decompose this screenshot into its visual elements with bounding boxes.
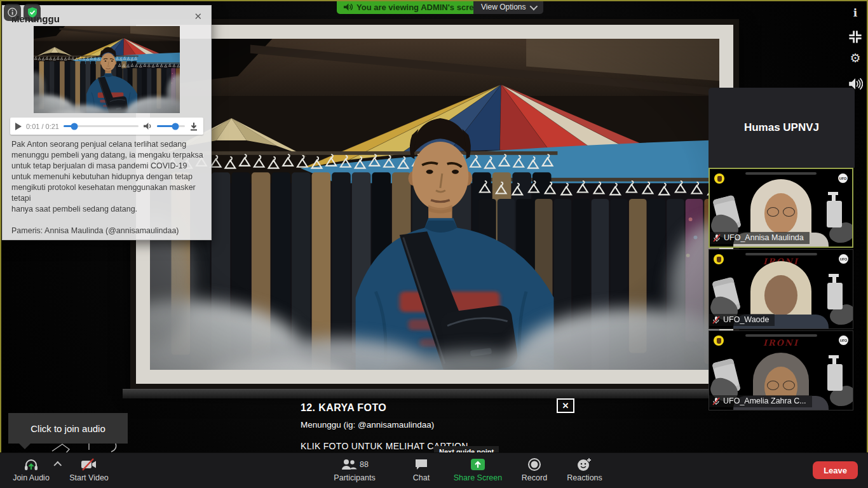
- vbg-caption: [745, 172, 817, 175]
- meeting-toolbar: Join Audio Start Video 88 Participants: [0, 452, 868, 488]
- participant-name: UFO_Amelia Zahra C...: [723, 396, 806, 405]
- reactions-label: Reactions: [562, 473, 607, 482]
- volume-slider[interactable]: [157, 125, 185, 127]
- video-thumbnail[interactable]: [34, 26, 180, 113]
- person-glasses: [766, 207, 796, 216]
- video-controls: 0:01 / 0:21: [10, 118, 203, 135]
- host-name: Humas UPNVJ: [744, 121, 819, 134]
- vbg-sanitizer: [827, 364, 843, 391]
- person-glasses: [766, 381, 796, 390]
- participant-tile[interactable]: IRONI UFO UFO_Waode: [709, 249, 853, 329]
- info-button[interactable]: [4, 4, 21, 21]
- participants-button[interactable]: 88 Participants: [323, 456, 386, 482]
- popup-close-icon[interactable]: ✕: [194, 11, 202, 22]
- camera-off-icon: [80, 458, 98, 471]
- speaker-icon: [343, 3, 353, 11]
- chat-label: Chat: [404, 473, 438, 482]
- chevron-up-icon[interactable]: [53, 461, 62, 470]
- participant-name: UFO_Annisa Maulinda: [724, 233, 804, 242]
- exhibit-photo[interactable]: [150, 39, 719, 370]
- play-icon[interactable]: [15, 123, 22, 130]
- reactions-icon: [577, 458, 592, 471]
- participant-name-bar: UFO_Waode: [709, 314, 775, 326]
- seek-slider[interactable]: [64, 125, 139, 127]
- chat-button[interactable]: Chat: [404, 456, 438, 482]
- photo-frame: [130, 19, 739, 390]
- participant-tile[interactable]: IRONI UFO UFO_Amelia Zahra C...: [709, 330, 853, 410]
- reactions-button[interactable]: Reactions: [562, 456, 607, 482]
- ufo-badge: UFO: [839, 336, 848, 345]
- participant-tile[interactable]: UFO UFO_Annisa Maulinda: [709, 168, 853, 248]
- verified-shield-button[interactable]: [24, 4, 41, 21]
- join-audio-label: Join Audio: [4, 473, 58, 482]
- upnvj-badge-icon: [714, 336, 724, 346]
- participant-name-bar: UFO_Amelia Zahra C...: [709, 395, 812, 407]
- slide-subtitle: Menunggu (ig: @annisamaulindaa): [301, 420, 434, 430]
- ufo-badge: UFO: [838, 173, 848, 183]
- participants-label: Participants: [323, 473, 386, 482]
- join-audio-tooltip-text: Click to join audio: [31, 423, 105, 434]
- caption-popup: Menunggu ✕ 0:01 / 0:21 Pak Anton seorang…: [2, 5, 212, 240]
- participant-name: UFO_Waode: [723, 315, 769, 324]
- share-screen-button[interactable]: Share Screen: [451, 456, 505, 482]
- slide-close-icon[interactable]: ✕: [557, 398, 574, 413]
- chat-icon: [414, 458, 428, 471]
- view-options-button[interactable]: View Options: [473, 0, 543, 14]
- host-name-tile[interactable]: Humas UPNVJ: [709, 88, 855, 168]
- participant-name-bar: UFO_Annisa Maulinda: [710, 232, 810, 244]
- gear-icon[interactable]: ⚙: [848, 51, 863, 66]
- shield-check-icon: [27, 7, 37, 18]
- participants-count: 88: [360, 460, 369, 469]
- person-face: [764, 275, 797, 316]
- vbg-title: IRONI: [709, 338, 853, 348]
- vbg-caption: [745, 334, 817, 337]
- mic-muted-icon: [712, 316, 720, 324]
- vbg-sanitizer: [827, 283, 843, 309]
- info-icon: [8, 8, 17, 17]
- view-options-label: View Options: [481, 3, 526, 11]
- video-time: 0:01 / 0:21: [26, 123, 59, 130]
- start-video-label: Start Video: [65, 473, 113, 482]
- info-icon[interactable]: i: [848, 6, 863, 22]
- headset-icon: [23, 457, 39, 472]
- upnvj-badge-icon: [714, 173, 724, 184]
- ufo-badge: UFO: [839, 254, 848, 264]
- viewing-banner: You are viewing ADMIN's screen: [337, 0, 490, 14]
- join-audio-tooltip: Click to join audio: [8, 413, 128, 444]
- upnvj-badge-icon: [714, 254, 724, 264]
- exit-fullscreen-icon[interactable]: [848, 29, 863, 44]
- chevron-down-icon: [530, 2, 538, 10]
- viewing-banner-text: You are viewing ADMIN's screen: [356, 3, 484, 12]
- mic-muted-icon: [713, 234, 721, 242]
- popup-author: Pameris: Annisa Maulinda (@annisamaulind…: [11, 226, 203, 235]
- slide-heading: 12. KARYA FOTO: [301, 402, 386, 414]
- vbg-caption: [745, 253, 817, 255]
- participants-icon: [341, 458, 357, 471]
- volume-icon[interactable]: [848, 76, 863, 92]
- record-label: Record: [516, 473, 553, 482]
- mic-muted-icon: [712, 397, 720, 405]
- record-icon: [527, 458, 541, 471]
- share-screen-label: Share Screen: [451, 473, 505, 482]
- leave-button[interactable]: Leave: [813, 461, 858, 479]
- download-icon[interactable]: [189, 122, 198, 131]
- record-button[interactable]: Record: [516, 456, 553, 482]
- share-screen-icon: [470, 458, 485, 471]
- frame-ledge: [123, 389, 747, 398]
- start-video-button[interactable]: Start Video: [65, 456, 113, 482]
- popup-description: Pak Anton seorang penjual celana terliha…: [11, 139, 203, 215]
- photo-mat: [136, 25, 733, 384]
- join-audio-button[interactable]: Join Audio: [4, 456, 58, 482]
- volume-icon[interactable]: [143, 122, 153, 130]
- vbg-sanitizer: [827, 201, 842, 227]
